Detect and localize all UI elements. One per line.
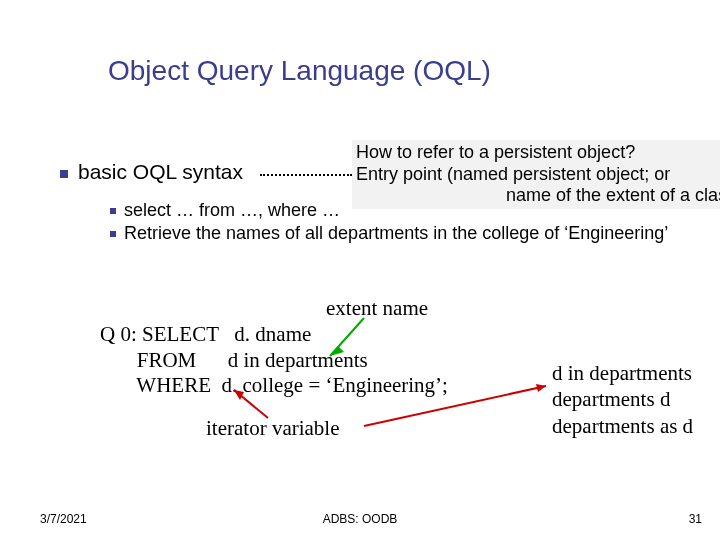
footer-center: ADBS: OODB bbox=[0, 512, 720, 526]
footer-page-number: 31 bbox=[689, 512, 702, 526]
query-q0: Q 0: SELECT d. dname FROM d in departmen… bbox=[100, 322, 448, 399]
sub-bullet-retrieve: Retrieve the names of all departments in… bbox=[110, 222, 670, 245]
extent-name-label: extent name bbox=[326, 296, 428, 321]
q0-line2: FROM d in departments bbox=[100, 348, 368, 372]
arrowhead-icon bbox=[536, 384, 546, 392]
callout-box: How to refer to a persistent object? Ent… bbox=[352, 140, 720, 209]
square-bullet-icon bbox=[110, 231, 116, 237]
q0-line3: WHERE d. college = ‘Engineering’; bbox=[100, 373, 448, 397]
bullet-basic-oql: basic OQL syntax bbox=[60, 160, 243, 184]
callout-connector bbox=[260, 174, 352, 176]
sub-bullet-select-text: select … from …, where … bbox=[124, 200, 340, 220]
square-bullet-icon bbox=[60, 170, 68, 178]
slide: { "title": "Object Query Language (OQL)"… bbox=[0, 0, 720, 540]
bullet-basic-oql-text: basic OQL syntax bbox=[78, 160, 243, 183]
alternatives-list: d in departments departments d departmen… bbox=[552, 360, 693, 439]
callout-line3: name of the extent of a class bbox=[356, 185, 720, 207]
alt-3: departments as d bbox=[552, 413, 693, 439]
sub-bullet-retrieve-text: Retrieve the names of all departments in… bbox=[124, 223, 668, 243]
iterator-variable-label: iterator variable bbox=[206, 416, 340, 441]
callout-line1: How to refer to a persistent object? bbox=[356, 142, 720, 164]
q0-line1: Q 0: SELECT d. dname bbox=[100, 322, 311, 346]
alt-2: departments d bbox=[552, 386, 693, 412]
square-bullet-icon bbox=[110, 208, 116, 214]
slide-title: Object Query Language (OQL) bbox=[108, 55, 491, 87]
alt-1: d in departments bbox=[552, 360, 693, 386]
callout-line2: Entry point (named persistent object; or bbox=[356, 164, 720, 186]
sub-bullet-select: select … from …, where … bbox=[110, 200, 340, 221]
